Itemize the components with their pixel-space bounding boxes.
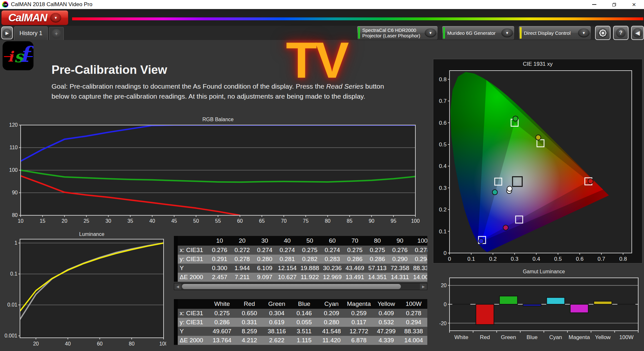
table-cell: 11.420 xyxy=(318,336,345,345)
table-cell: 12.969 xyxy=(321,273,344,282)
gamut-table: WhiteRedGreenBlueCyanMagentaYellow100Wx:… xyxy=(174,299,427,345)
column-header: 100 xyxy=(411,236,427,246)
svg-text:White: White xyxy=(454,334,468,340)
svg-text:0.6: 0.6 xyxy=(439,120,447,126)
svg-text:40: 40 xyxy=(65,341,71,346)
table-cell: 8.259 xyxy=(236,327,263,336)
table-cell: 0.294 xyxy=(400,318,427,327)
tab-history-1[interactable]: History 1 xyxy=(14,26,48,40)
svg-text:0.5: 0.5 xyxy=(554,256,562,262)
svg-text:0.01: 0.01 xyxy=(7,302,17,307)
svg-text:80: 80 xyxy=(129,341,135,346)
table-cell: 14.351 xyxy=(366,273,389,282)
restore-button[interactable] xyxy=(604,0,624,9)
bar-blue xyxy=(523,304,541,306)
svg-text:0.4: 0.4 xyxy=(439,163,447,169)
table-row: y: CIE310.2910.2780.2800.2810.2820.2830.… xyxy=(174,255,427,264)
bar-red xyxy=(476,304,494,325)
measured-red xyxy=(588,179,593,184)
table-cell: 0.146 xyxy=(290,309,318,318)
grayscale-table-scrollbar[interactable]: ◀ ▶ xyxy=(174,283,427,290)
svg-text:0.2: 0.2 xyxy=(489,256,497,262)
minimize-button[interactable] xyxy=(584,0,604,9)
table-cell: 72.358 xyxy=(389,264,411,273)
table-row: x: CIE310.2750.6500.3040.1460.2090.2590.… xyxy=(174,309,427,318)
table-cell: 0.274 xyxy=(253,246,276,255)
column-header: Yellow xyxy=(373,299,400,309)
svg-text:Blue: Blue xyxy=(526,334,537,340)
column-header: Cyan xyxy=(318,299,345,309)
svg-text:Luminance: Luminance xyxy=(79,231,104,237)
measured-yellow xyxy=(536,135,541,140)
chevron-down-icon: ▼ xyxy=(425,28,436,37)
measured-blue xyxy=(478,239,484,244)
svg-text:100: 100 xyxy=(411,218,420,224)
table-cell: 0.619 xyxy=(263,318,290,327)
table-cell: 1.944 xyxy=(231,264,253,273)
table-cell: 0.280 xyxy=(318,318,345,327)
generator-dropdown[interactable]: Murideo 6G Generator ▼ xyxy=(442,26,515,40)
chevron-down-icon: ▼ xyxy=(501,28,513,37)
column-header: 60 xyxy=(321,236,344,246)
svg-text:0.6: 0.6 xyxy=(576,256,583,262)
isf-logo: isf xyxy=(3,41,33,70)
svg-text:-20: -20 xyxy=(439,321,447,326)
help-button[interactable]: ? xyxy=(613,26,629,40)
table-cell: 7.211 xyxy=(231,273,253,282)
gear-icon xyxy=(598,28,608,38)
column-header: 90 xyxy=(389,236,411,246)
scroll-right-icon[interactable]: ▶ xyxy=(420,283,427,290)
svg-text:0: 0 xyxy=(448,256,451,262)
question-icon: ? xyxy=(616,28,626,38)
gamut-luminance-chart: Gamut Luminance-20020WhiteRedGreenBlueCy… xyxy=(433,266,643,351)
collapse-panel-button[interactable]: ◀ xyxy=(631,26,644,40)
bar-magenta xyxy=(570,304,588,313)
svg-text:25: 25 xyxy=(83,218,89,224)
table-row: Y0.3001.9446.10912.15419.88830.23643.469… xyxy=(174,264,427,273)
table-cell: 9.097 xyxy=(253,273,276,282)
table-cell: 0.274 xyxy=(276,246,298,255)
table-cell: 0.280 xyxy=(253,255,276,264)
scrollbar-thumb[interactable] xyxy=(182,284,401,289)
table-cell: 0.275 xyxy=(344,246,366,255)
svg-text:55: 55 xyxy=(215,218,221,224)
table-cell: 49.607 xyxy=(208,327,236,336)
svg-text:Green: Green xyxy=(501,334,516,340)
settings-button[interactable] xyxy=(595,26,611,40)
scroll-left-icon[interactable]: ◀ xyxy=(174,283,181,290)
play-right-icon: ▶ xyxy=(3,29,11,37)
svg-text:0.2: 0.2 xyxy=(439,207,447,213)
row-label: ΔE 2000 xyxy=(178,273,208,282)
generator-label: Murideo 6G Generator xyxy=(447,30,500,36)
bar-white xyxy=(452,304,470,305)
gamut-luminance-panel: Gamut Luminance-20020WhiteRedGreenBlueCy… xyxy=(433,266,643,349)
scrollbar-track[interactable] xyxy=(181,283,420,290)
display-control-dropdown[interactable]: Direct Display Control ▼ xyxy=(518,26,591,40)
table-cell: 13.764 xyxy=(208,336,236,345)
bar-yellow xyxy=(594,301,612,304)
title-bar: CM CalMAN 2018 CalMAN Video Pro × xyxy=(0,0,644,9)
bar-green xyxy=(499,296,517,304)
add-tab-button[interactable]: + xyxy=(49,27,64,40)
measured-white-2 xyxy=(507,186,512,191)
svg-text:0.3: 0.3 xyxy=(439,185,447,191)
svg-text:10: 10 xyxy=(18,218,24,224)
rainbow-strip xyxy=(72,17,643,20)
table-cell: 0.304 xyxy=(263,309,290,318)
table-cell: 0.286 xyxy=(208,318,236,327)
svg-text:20: 20 xyxy=(441,283,447,288)
calman-logo-text: CalMAN xyxy=(8,12,47,24)
row-label: Y xyxy=(178,327,208,336)
app-icon: CM xyxy=(2,1,8,8)
column-header xyxy=(178,299,208,309)
svg-text:40: 40 xyxy=(149,218,155,224)
svg-text:15: 15 xyxy=(40,218,45,224)
calman-menu-button[interactable]: CalMAN ▼ xyxy=(1,10,68,25)
table-row: ΔE 200013.7644.2122.6221.11511.4206.8784… xyxy=(174,336,427,345)
table-cell: 12.154 xyxy=(276,264,298,273)
meter-label-line2: Projector (Laser Phosphor) xyxy=(362,33,423,38)
table-cell: 0.282 xyxy=(298,255,321,264)
close-button[interactable]: × xyxy=(624,0,644,9)
meter-dropdown[interactable]: SpectraCal C6 HDR2000Projector (Laser Ph… xyxy=(357,26,438,40)
tab-nav-button[interactable]: ▶ xyxy=(1,26,13,39)
